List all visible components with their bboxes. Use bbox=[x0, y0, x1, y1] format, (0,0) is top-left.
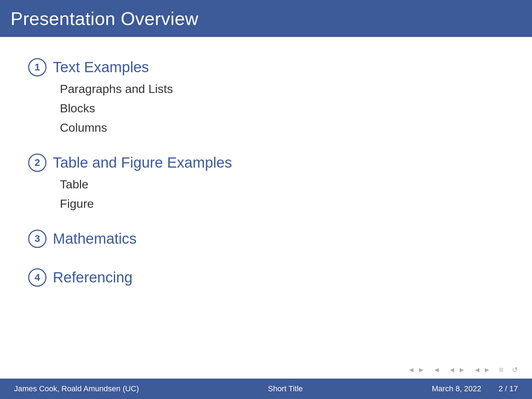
footer-title: Short Title bbox=[268, 384, 303, 393]
section-4: 4 Referencing bbox=[28, 268, 504, 290]
nav-menu-icon[interactable]: ≡ bbox=[499, 365, 503, 374]
footer-date-page: March 8, 2022 2 / 17 bbox=[432, 384, 518, 393]
section-2: 2 Table and Figure Examples Table Figure bbox=[28, 154, 504, 213]
header-bar: Presentation Overview bbox=[0, 0, 532, 37]
subitem-columns: Columns bbox=[60, 119, 504, 137]
nav-right-arrow-3[interactable]: ► bbox=[483, 366, 490, 374]
subitem-paragraphs: Paragraphs and Lists bbox=[60, 80, 504, 98]
nav-left-arrow-2[interactable]: ◄ bbox=[449, 366, 456, 374]
section-3: 3 Mathematics bbox=[28, 230, 504, 251]
section-1-title: Text Examples bbox=[53, 59, 149, 76]
nav-right-arrow-1[interactable]: ► bbox=[418, 366, 425, 374]
nav-refresh-icon[interactable]: ↺ bbox=[512, 366, 518, 374]
section-3-number: 3 bbox=[28, 230, 46, 248]
subitem-figure: Figure bbox=[60, 195, 504, 213]
section-1-subitems: Paragraphs and Lists Blocks Columns bbox=[28, 80, 504, 137]
footer-date: March 8, 2022 bbox=[432, 384, 481, 393]
slide-content: 1 Text Examples Paragraphs and Lists Blo… bbox=[0, 37, 532, 379]
section-1: 1 Text Examples Paragraphs and Lists Blo… bbox=[28, 58, 504, 137]
slide-container: Presentation Overview 1 Text Examples Pa… bbox=[0, 0, 532, 399]
section-1-number: 1 bbox=[28, 58, 46, 76]
nav-right-arrow-2[interactable]: ► bbox=[458, 366, 465, 374]
section-4-title: Referencing bbox=[53, 269, 132, 286]
section-1-header: 1 Text Examples bbox=[28, 58, 504, 76]
section-2-number: 2 bbox=[28, 154, 46, 172]
nav-left-arrow-1[interactable]: ◄ bbox=[408, 366, 415, 374]
subitem-table: Table bbox=[60, 175, 504, 193]
section-2-header: 2 Table and Figure Examples bbox=[28, 154, 504, 172]
section-2-subitems: Table Figure bbox=[28, 175, 504, 213]
footer-bar: James Cook, Roald Amundsen (UC) Short Ti… bbox=[0, 379, 532, 399]
nav-page-icon[interactable]: ◄ bbox=[433, 366, 440, 374]
footer-author: James Cook, Roald Amundsen (UC) bbox=[14, 384, 139, 393]
subitem-blocks: Blocks bbox=[60, 99, 504, 117]
nav-left-arrow-3[interactable]: ◄ bbox=[474, 366, 481, 374]
section-3-header: 3 Mathematics bbox=[28, 230, 504, 248]
section-2-title: Table and Figure Examples bbox=[53, 154, 232, 171]
slide-title: Presentation Overview bbox=[11, 8, 199, 29]
section-4-header: 4 Referencing bbox=[28, 268, 504, 287]
section-4-number: 4 bbox=[28, 268, 46, 287]
nav-controls: ◄ ► ◄ ◄ ► ◄ ► ≡ ↺ bbox=[408, 365, 518, 374]
section-3-title: Mathematics bbox=[53, 230, 137, 247]
footer-page: 2 / 17 bbox=[499, 384, 518, 393]
